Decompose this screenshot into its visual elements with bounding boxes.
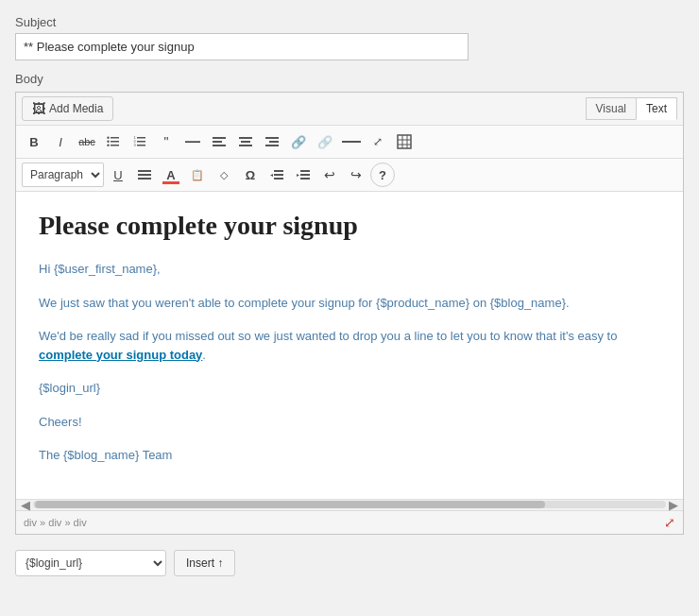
toolbar-row-2: Paragraph Heading 1 Heading 2 Heading 3 …: [16, 159, 683, 192]
bold-button[interactable]: B: [22, 129, 46, 154]
editor-line-5: Cheers!: [39, 413, 660, 432]
text-color-button[interactable]: A: [159, 163, 183, 187]
scrollbar[interactable]: ◀ ▶: [16, 499, 683, 510]
svg-rect-20: [265, 145, 279, 146]
svg-rect-36: [300, 178, 310, 180]
paragraph-select[interactable]: Paragraph Heading 1 Heading 2 Heading 3: [22, 163, 104, 187]
outdent-button[interactable]: [264, 163, 289, 187]
svg-rect-1: [111, 141, 119, 143]
signup-link[interactable]: complete your signup today: [39, 348, 202, 362]
fullscreen-button[interactable]: ⤢: [366, 129, 390, 154]
svg-rect-13: [213, 141, 222, 143]
svg-rect-18: [265, 137, 279, 139]
svg-rect-27: [138, 170, 151, 172]
hr-button[interactable]: —: [180, 129, 205, 154]
svg-rect-2: [111, 145, 119, 146]
blockquote-button[interactable]: ": [154, 129, 179, 154]
svg-text:3: 3: [134, 143, 137, 147]
justify-button[interactable]: [132, 163, 157, 187]
ul-button[interactable]: [101, 129, 126, 154]
svg-rect-22: [398, 135, 411, 148]
svg-rect-12: [213, 137, 226, 139]
redo-button[interactable]: ↪: [344, 163, 368, 187]
editor-line-1: Hi {$user_first_name},: [39, 260, 660, 279]
indent-button[interactable]: [291, 163, 315, 187]
align-right-button[interactable]: [260, 129, 284, 154]
svg-rect-8: [137, 145, 145, 146]
editor-line-4: {$login_url}: [39, 379, 660, 398]
svg-rect-14: [213, 145, 226, 146]
svg-point-3: [107, 137, 109, 139]
resize-icon: ⤢: [664, 515, 675, 530]
editor-line-6: The {$blog_name} Team: [39, 446, 660, 465]
paste-text-button[interactable]: 📋: [185, 163, 210, 187]
editor-wrapper: 🖼 Add Media Visual Text B I abc 123 " —: [15, 92, 684, 535]
italic-button[interactable]: I: [48, 129, 73, 154]
add-media-icon: 🖼: [32, 101, 45, 116]
editor-heading: Please complete your signup: [39, 211, 660, 241]
editor-line-2: We just saw that you weren't able to com…: [39, 294, 660, 313]
svg-rect-21: [342, 141, 361, 143]
unlink-button[interactable]: 🔗: [313, 129, 337, 154]
svg-rect-34: [300, 170, 310, 172]
scrollbar-track[interactable]: [33, 501, 666, 508]
svg-point-4: [107, 141, 109, 143]
more-tag-button[interactable]: [339, 129, 364, 154]
svg-rect-28: [138, 174, 151, 176]
body-label: Body: [15, 72, 684, 86]
undo-button[interactable]: ↩: [317, 163, 342, 187]
svg-marker-37: [297, 174, 299, 177]
insert-button[interactable]: Insert ↑: [174, 550, 235, 576]
subject-input[interactable]: [15, 33, 469, 60]
view-tabs: Visual Text: [586, 97, 677, 120]
svg-rect-30: [274, 170, 283, 172]
add-media-label: Add Media: [49, 102, 103, 115]
svg-rect-35: [300, 174, 310, 176]
svg-rect-17: [239, 145, 252, 146]
editor-top-bar: 🖼 Add Media Visual Text: [16, 93, 683, 126]
svg-rect-0: [111, 137, 119, 139]
svg-rect-32: [274, 178, 283, 180]
editor-content[interactable]: Please complete your signup Hi {$user_fi…: [16, 192, 683, 499]
subject-label: Subject: [15, 15, 684, 29]
editor-line-3: We'd be really sad if you missed out so …: [39, 327, 660, 364]
link-button[interactable]: 🔗: [286, 129, 311, 154]
svg-rect-6: [137, 137, 145, 139]
clear-format-button[interactable]: ◇: [212, 163, 236, 187]
breadcrumb-bar: div » div » div ⤢: [16, 510, 683, 534]
align-left-button[interactable]: [207, 129, 231, 154]
svg-rect-15: [239, 137, 252, 139]
breadcrumb: div » div » div: [24, 517, 87, 528]
table-button[interactable]: [392, 129, 417, 154]
svg-rect-31: [274, 174, 283, 176]
underline-button[interactable]: U: [106, 163, 130, 187]
add-media-button[interactable]: 🖼 Add Media: [22, 96, 113, 121]
ol-button[interactable]: 123: [128, 129, 152, 154]
editor-body: Hi {$user_first_name}, We just saw that …: [39, 260, 660, 465]
svg-rect-16: [241, 141, 250, 143]
form-section: Subject Body 🖼 Add Media Visual Text B I…: [15, 15, 684, 580]
align-center-button[interactable]: [233, 129, 258, 154]
svg-rect-29: [138, 178, 151, 180]
insert-bar: {$login_url} {$user_first_name} {$produc…: [15, 542, 684, 580]
help-button[interactable]: ?: [370, 163, 395, 187]
insert-variable-select[interactable]: {$login_url} {$user_first_name} {$produc…: [15, 550, 166, 576]
tab-visual[interactable]: Visual: [586, 97, 636, 120]
scrollbar-thumb: [35, 501, 545, 508]
toolbar-row-1: B I abc 123 " — 🔗 🔗: [16, 126, 683, 159]
svg-rect-19: [269, 141, 279, 143]
svg-point-5: [107, 145, 109, 146]
svg-marker-33: [270, 174, 273, 177]
svg-rect-7: [137, 141, 145, 143]
special-char-button[interactable]: Ω: [238, 163, 263, 187]
strikethrough-button[interactable]: abc: [75, 129, 99, 154]
tab-text[interactable]: Text: [636, 97, 677, 120]
